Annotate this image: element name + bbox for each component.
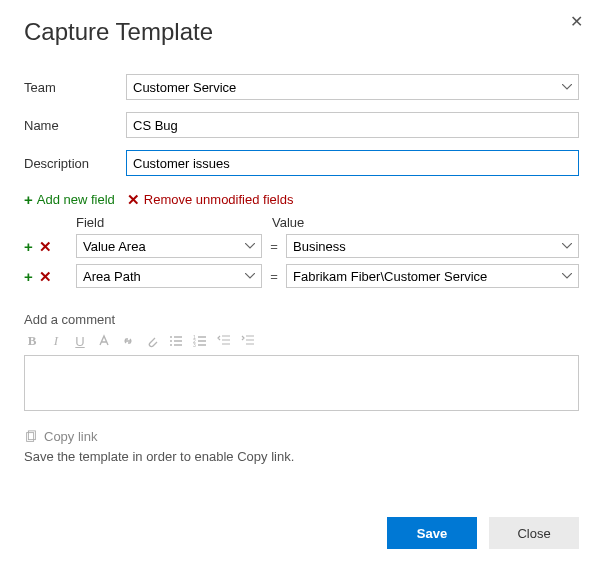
add-new-field-label: Add new field	[37, 192, 115, 207]
numbered-list-icon[interactable]: 123	[192, 333, 208, 349]
add-row-icon[interactable]: +	[24, 269, 33, 284]
dialog-footer: Save Close	[387, 517, 579, 549]
copy-link-icon	[24, 430, 38, 444]
plus-icon: +	[24, 192, 33, 207]
header-field: Field	[76, 215, 272, 230]
remove-row-icon[interactable]: ✕	[39, 239, 52, 254]
team-label: Team	[24, 80, 126, 95]
value-select[interactable]: Business	[286, 234, 579, 258]
close-icon[interactable]: ✕	[570, 14, 583, 30]
add-new-field-link[interactable]: + Add new field	[24, 192, 115, 207]
link-icon[interactable]	[120, 333, 136, 349]
field-select[interactable]: Area Path	[76, 264, 262, 288]
bullet-list-icon[interactable]	[168, 333, 184, 349]
close-button[interactable]: Close	[489, 517, 579, 549]
remove-unmodified-link[interactable]: ✕ Remove unmodified fields	[127, 192, 294, 207]
attachment-icon[interactable]	[144, 333, 160, 349]
x-icon: ✕	[127, 192, 140, 207]
row-controls: + ✕	[24, 269, 76, 284]
dialog-title: Capture Template	[24, 18, 579, 46]
svg-text:3: 3	[193, 342, 196, 348]
equals-sign: =	[262, 269, 286, 284]
value-select[interactable]: Fabrikam Fiber\Customer Service	[286, 264, 579, 288]
description-label: Description	[24, 156, 126, 171]
remove-unmodified-label: Remove unmodified fields	[144, 192, 294, 207]
remove-row-icon[interactable]: ✕	[39, 269, 52, 284]
outdent-icon[interactable]	[216, 333, 232, 349]
underline-icon[interactable]: U	[72, 333, 88, 349]
save-button[interactable]: Save	[387, 517, 477, 549]
indent-icon[interactable]	[240, 333, 256, 349]
copy-link-hint: Save the template in order to enable Cop…	[24, 449, 579, 464]
svg-point-2	[170, 344, 172, 346]
description-input[interactable]	[126, 150, 579, 176]
equals-sign: =	[262, 239, 286, 254]
field-row: + ✕ Area Path = Fabrikam Fiber\Customer …	[24, 264, 579, 288]
svg-point-1	[170, 340, 172, 342]
add-row-icon[interactable]: +	[24, 239, 33, 254]
copy-link: Copy link	[24, 429, 97, 444]
name-input[interactable]	[126, 112, 579, 138]
field-row: + ✕ Value Area = Business	[24, 234, 579, 258]
field-select[interactable]: Value Area	[76, 234, 262, 258]
team-row: Team Customer Service	[24, 74, 579, 100]
row-controls: + ✕	[24, 239, 76, 254]
comment-label: Add a comment	[24, 312, 579, 327]
rich-text-toolbar: B I U 123	[24, 331, 579, 353]
name-row: Name	[24, 112, 579, 138]
copy-link-label: Copy link	[44, 429, 97, 444]
svg-point-0	[170, 336, 172, 338]
team-select[interactable]: Customer Service	[126, 74, 579, 100]
header-value: Value	[272, 215, 579, 230]
bold-icon[interactable]: B	[24, 333, 40, 349]
field-header: Field Value	[76, 215, 579, 230]
font-color-icon[interactable]	[96, 333, 112, 349]
name-label: Name	[24, 118, 126, 133]
italic-icon[interactable]: I	[48, 333, 64, 349]
field-actions: + Add new field ✕ Remove unmodified fiel…	[24, 192, 579, 207]
description-row: Description	[24, 150, 579, 176]
comment-editor[interactable]	[24, 355, 579, 411]
